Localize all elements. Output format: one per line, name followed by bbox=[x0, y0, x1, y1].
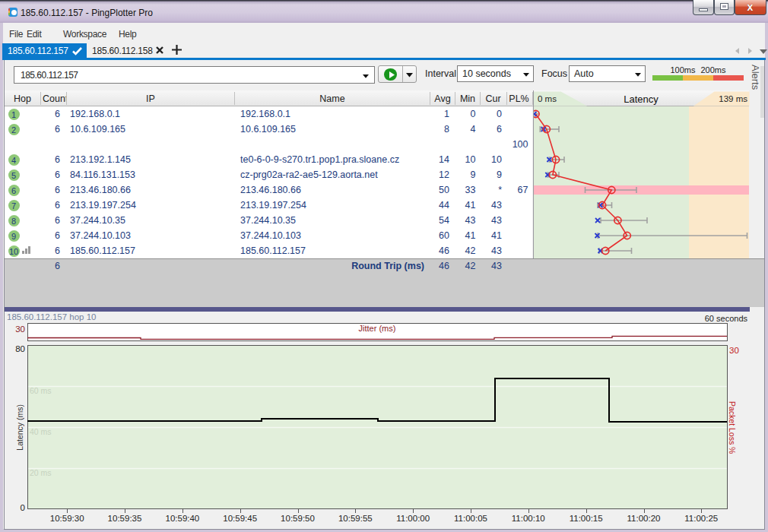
svg-text:60 ms: 60 ms bbox=[30, 386, 52, 395]
svg-text:20 ms: 20 ms bbox=[30, 468, 52, 477]
svg-text:40 ms: 40 ms bbox=[30, 427, 52, 436]
